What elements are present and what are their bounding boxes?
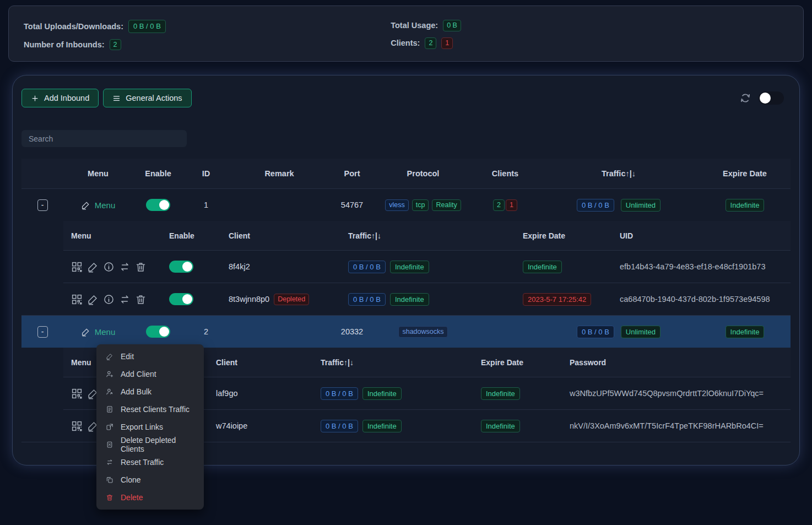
- collapse-row-button[interactable]: -: [37, 326, 48, 338]
- client-traffic: 0 B / 0 B Indefinite: [337, 261, 516, 274]
- sub-header-client: Client: [201, 358, 310, 367]
- header-clients: Clients: [472, 169, 538, 178]
- client-enable-toggle[interactable]: [169, 293, 193, 305]
- sub-header-traffic[interactable]: Traffic↑|↓: [337, 231, 516, 240]
- context-menu-label: Export Links: [121, 423, 163, 431]
- client-uid: ca68470b-1940-437d-802b-1f9573e94598: [610, 295, 791, 304]
- context-menu-label: Delete: [121, 493, 143, 502]
- traffic-badge: 0 B / 0 B: [321, 387, 358, 400]
- inbound-row-1[interactable]: - Menu 1 54767 vless tcp Reality 2 1 0: [21, 188, 791, 221]
- inbound-protocols: vless tcp Reality: [374, 199, 472, 211]
- context-menu-item-export-links[interactable]: Export Links: [96, 418, 204, 436]
- inbound-enable-toggle[interactable]: [146, 199, 170, 211]
- context-menu-label: Add Bulk: [121, 387, 151, 396]
- context-menu-item-reset-traffic[interactable]: Reset Traffic: [96, 453, 204, 471]
- user-add-icon: [106, 370, 113, 378]
- trash-icon[interactable]: [135, 294, 147, 305]
- expire-badge: 2023-5-7 17:25:42: [523, 293, 591, 306]
- context-menu-item-add-bulk[interactable]: Add Bulk: [96, 383, 204, 400]
- context-menu-item-reset-clients-traffic[interactable]: Reset Clients Traffic: [96, 400, 204, 418]
- inbound-row-2[interactable]: - Menu 2 20332 shadowsocks 0 B / 0 B Unl…: [21, 315, 791, 348]
- header-remark: Remark: [229, 169, 330, 178]
- header-port: Port: [330, 169, 374, 178]
- general-actions-button[interactable]: General Actions: [103, 89, 191, 107]
- traffic-badge: 0 B / 0 B: [577, 199, 614, 212]
- stat-number-of-inbounds: Number of Inbounds: 2: [24, 39, 391, 51]
- refresh-icon[interactable]: [740, 93, 751, 104]
- client-expire: 2023-5-7 17:25:42: [516, 293, 610, 306]
- clients-depleted-count: 1: [441, 37, 453, 49]
- clients-active-badge: 2: [493, 199, 505, 211]
- stat-clients: Clients: 2 1: [391, 37, 757, 49]
- reset-traffic-icon[interactable]: [119, 294, 131, 305]
- traffic-badge: 0 B / 0 B: [321, 420, 358, 433]
- inbound-menu-label: Menu: [95, 201, 116, 210]
- total-usage-label: Total Usage:: [391, 21, 438, 30]
- client-name: 8t3wjnn8p0: [229, 295, 269, 304]
- qr-code-icon[interactable]: [71, 420, 83, 432]
- context-menu-item-delete[interactable]: Delete: [96, 489, 204, 506]
- header-traffic[interactable]: Traffic↑|↓: [538, 169, 699, 178]
- total-usage-value: 0 B: [443, 20, 461, 31]
- toolbar: Add Inbound General Actions: [21, 89, 791, 107]
- search-input[interactable]: [21, 130, 187, 147]
- expire-badge: Indefinite: [726, 199, 765, 212]
- context-menu-item-clone[interactable]: Clone: [96, 471, 204, 489]
- qr-code-icon[interactable]: [71, 261, 83, 273]
- context-menu-label: Clone: [121, 475, 141, 484]
- stats-card: Total Uploads/Downloads: 0 B / 0 B Numbe…: [8, 6, 804, 62]
- protocol-badge: tcp: [412, 199, 429, 211]
- protocol-badge: Reality: [432, 199, 461, 211]
- expire-badge: Indefinite: [523, 261, 562, 274]
- dark-mode-toggle[interactable]: [759, 91, 784, 105]
- qr-code-icon[interactable]: [71, 388, 83, 399]
- context-menu-label: Delete Depleted Clients: [121, 436, 194, 453]
- file-reset-icon: [106, 405, 113, 413]
- info-icon[interactable]: [103, 294, 115, 305]
- context-menu-item-add-client[interactable]: Add Client: [96, 365, 204, 383]
- client-name: w74ioipe: [201, 421, 310, 430]
- qr-code-icon[interactable]: [71, 294, 83, 305]
- sub-header-expire: Expire Date: [467, 358, 560, 367]
- sub-header-traffic[interactable]: Traffic↑|↓: [310, 358, 467, 367]
- trash-icon[interactable]: [135, 261, 147, 273]
- header-protocol: Protocol: [374, 169, 472, 178]
- add-inbound-button[interactable]: Add Inbound: [21, 89, 99, 107]
- depleted-badge: Depleted: [274, 294, 309, 305]
- inbound-expire: Indefinite: [699, 199, 791, 212]
- inbound-menu-link[interactable]: Menu: [81, 201, 116, 210]
- context-menu-item-edit[interactable]: Edit: [96, 348, 204, 365]
- inbound-context-menu: Edit Add Client Add Bulk Reset Clients T…: [96, 344, 204, 510]
- inbound-menu-link[interactable]: Menu: [81, 327, 116, 337]
- inbound-id: 1: [183, 201, 229, 209]
- context-menu-label: Edit: [121, 352, 134, 361]
- client-actions: [63, 294, 169, 305]
- general-actions-label: General Actions: [126, 94, 182, 102]
- edit-icon[interactable]: [87, 294, 99, 305]
- context-menu-item-delete-depleted-clients[interactable]: Delete Depleted Clients: [96, 436, 204, 453]
- collapse-row-button[interactable]: -: [37, 199, 48, 211]
- inbound-protocols: shadowsocks: [374, 326, 472, 338]
- traffic-limit-badge: Unlimited: [621, 326, 661, 339]
- sub-header-menu: Menu: [63, 231, 169, 240]
- clients-table-1: Menu Enable Client Traffic↑|↓ Expire Dat…: [63, 221, 791, 315]
- client-enable-toggle[interactable]: [169, 261, 193, 273]
- sub-header-enable: Enable: [169, 231, 201, 240]
- sub-header-password: Password: [560, 358, 791, 367]
- sub-header-expire: Expire Date: [516, 231, 610, 240]
- info-icon[interactable]: [103, 261, 115, 273]
- client-actions: [63, 261, 169, 273]
- inbound-port: 20332: [330, 327, 374, 336]
- edit-icon[interactable]: [87, 261, 99, 273]
- inbound-enable-toggle[interactable]: [146, 326, 170, 338]
- inbound-port: 54767: [330, 201, 374, 209]
- client-row-8t3wjnn8p0: 8t3wjnn8p0 Depleted 0 B / 0 B Indefinite…: [63, 283, 791, 315]
- reset-traffic-icon[interactable]: [119, 261, 131, 273]
- plus-icon: [31, 94, 39, 102]
- menu-bars-icon: [112, 94, 121, 102]
- number-of-inbounds-value: 2: [110, 39, 121, 51]
- number-of-inbounds-label: Number of Inbounds:: [24, 40, 105, 49]
- traffic-badge: 0 B / 0 B: [577, 326, 614, 339]
- client-uid: efb14b43-4a79-4e83-ef18-e48cf1901b73: [610, 262, 791, 271]
- sync-icon: [106, 458, 113, 466]
